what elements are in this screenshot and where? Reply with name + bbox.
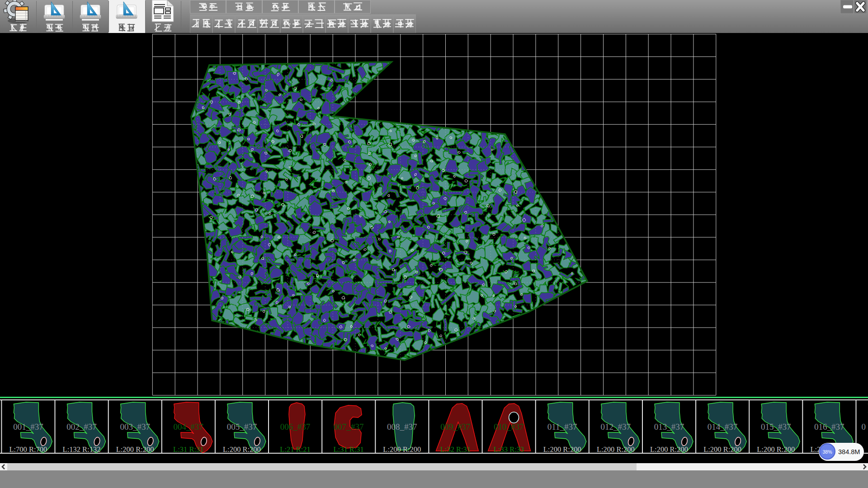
svg-text:002_#37: 002_#37 — [66, 422, 97, 432]
svg-text:L:132 R:132: L:132 R:132 — [63, 445, 101, 454]
svg-text:014_#37: 014_#37 — [708, 422, 738, 432]
svg-text:005_#37: 005_#37 — [227, 422, 257, 432]
svg-text:001_#37: 001_#37 — [13, 422, 43, 432]
svg-text:L:200 R:200: L:200 R:200 — [383, 445, 421, 454]
svg-text:L:200 R:200: L:200 R:200 — [543, 445, 581, 454]
svg-text:013_#37: 013_#37 — [654, 422, 684, 432]
svg-text:L:21 R:21: L:21 R:21 — [280, 445, 310, 454]
svg-text:L:200 R:200: L:200 R:200 — [703, 445, 741, 454]
svg-text:L:200 R:200: L:200 R:200 — [650, 445, 688, 454]
svg-text:012_#37: 012_#37 — [601, 422, 631, 432]
svg-text:008_#37: 008_#37 — [387, 422, 417, 432]
svg-text:004_#37: 004_#37 — [174, 422, 204, 432]
svg-text:009_#37: 009_#37 — [440, 422, 471, 432]
svg-text:010_#37: 010_#37 — [494, 422, 524, 432]
svg-text:011_#37: 011_#37 — [547, 422, 577, 432]
svg-text:L:200 R:200: L:200 R:200 — [116, 445, 154, 454]
svg-text:L:31 R:31: L:31 R:31 — [333, 445, 363, 454]
svg-text:006_#37: 006_#37 — [280, 422, 311, 432]
svg-text:L:32 R:31: L:32 R:31 — [440, 445, 471, 454]
svg-text:003_#37: 003_#37 — [120, 422, 150, 432]
svg-text:0: 0 — [861, 422, 866, 432]
svg-text:L:33 R:33: L:33 R:33 — [494, 445, 524, 454]
svg-text:L:200 R:200: L:200 R:200 — [597, 445, 635, 454]
svg-text:007_#37: 007_#37 — [334, 422, 364, 432]
svg-text:L:700 R:700: L:700 R:700 — [9, 445, 47, 454]
svg-text:L:31 R:31: L:31 R:31 — [173, 445, 203, 454]
svg-text:015_#37: 015_#37 — [761, 422, 791, 432]
svg-text:016_#37: 016_#37 — [814, 422, 844, 432]
svg-text:L:200 R:200: L:200 R:200 — [757, 445, 795, 454]
svg-text:L:200 R:200: L:200 R:200 — [223, 445, 261, 454]
